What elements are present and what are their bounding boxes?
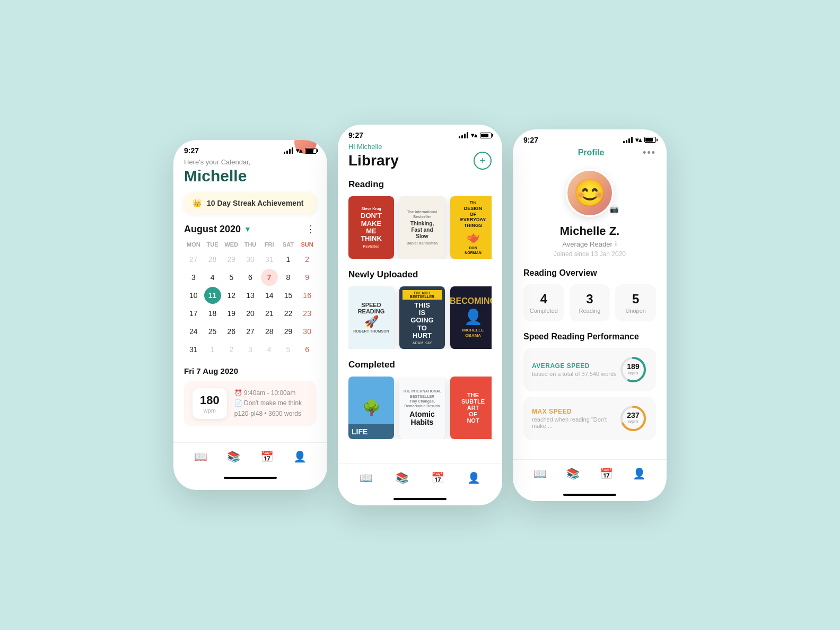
home-indicator-left bbox=[224, 477, 277, 479]
new-books-row: SPEEDREADING 🚀 ROBERT THOMSON THE NO.1 B… bbox=[348, 286, 492, 349]
cal-day[interactable]: 2 bbox=[299, 251, 316, 268]
cal-day[interactable]: 4 bbox=[204, 269, 221, 286]
cal-day[interactable]: 8 bbox=[279, 269, 296, 286]
cal-day[interactable]: 1 bbox=[204, 341, 221, 358]
book-subtle[interactable]: THESUBTLEARTOFNOT bbox=[450, 377, 492, 439]
cal-day[interactable]: 12 bbox=[223, 287, 240, 304]
cal-day[interactable]: 3 bbox=[185, 269, 202, 286]
calendar-days[interactable]: 27 28 29 30 31 1 2 3 4 5 6 7 8 9 10 bbox=[184, 251, 317, 358]
nav-library-icon[interactable]: 📖 bbox=[194, 450, 207, 463]
status-icons-center: ▾▴ bbox=[459, 132, 492, 139]
cal-day[interactable]: 9 bbox=[299, 269, 316, 286]
cal-day[interactable]: 17 bbox=[185, 305, 202, 322]
streak-emoji: 👑 bbox=[192, 199, 202, 207]
cal-day[interactable]: 27 bbox=[242, 323, 259, 340]
cal-day[interactable]: 3 bbox=[242, 341, 259, 358]
cal-day[interactable]: 6 bbox=[242, 269, 259, 286]
cal-day[interactable]: 24 bbox=[185, 323, 202, 340]
avg-speed-info: AVERAGE SPEED based on a total of 37,540… bbox=[532, 362, 619, 377]
stat-unopen: 5 Unopen bbox=[615, 284, 656, 321]
avg-speed-sublabel: based on a total of 37,540 words bbox=[532, 371, 619, 377]
cal-day[interactable]: 28 bbox=[261, 323, 278, 340]
wifi-icon-right: ▾▴ bbox=[635, 136, 642, 144]
cal-day[interactable]: 29 bbox=[223, 251, 240, 268]
book-life[interactable]: LIFE 🌳 bbox=[348, 377, 394, 439]
profile-header-row: Profile ••• bbox=[523, 147, 656, 159]
nav-library-icon-r[interactable]: 📖 bbox=[533, 467, 547, 480]
cal-day[interactable]: 22 bbox=[279, 305, 296, 322]
session-time: ⏰ 9:40am - 10:00am bbox=[234, 388, 302, 398]
book-thinking[interactable]: The InternationalBestseller Thinking,Fas… bbox=[399, 196, 445, 259]
cal-day[interactable]: 18 bbox=[204, 305, 221, 322]
cal-day[interactable]: 14 bbox=[261, 287, 278, 304]
nav-library-icon-c[interactable]: 📖 bbox=[360, 471, 373, 484]
cal-day[interactable]: 31 bbox=[261, 251, 278, 268]
more-options-icon[interactable]: ••• bbox=[643, 147, 656, 159]
avg-speed-value-text: 189 wpm bbox=[627, 363, 639, 376]
nav-books-icon-c[interactable]: 📚 bbox=[396, 471, 409, 484]
cal-day[interactable]: 21 bbox=[261, 305, 278, 322]
nav-calendar-icon-r[interactable]: 📅 bbox=[600, 467, 613, 480]
cal-day[interactable]: 5 bbox=[223, 269, 240, 286]
add-book-button[interactable]: + bbox=[474, 152, 492, 170]
cal-day[interactable]: 15 bbox=[279, 287, 296, 304]
cal-day[interactable]: 6 bbox=[299, 341, 316, 358]
cal-day[interactable]: 25 bbox=[204, 323, 221, 340]
cal-day[interactable]: 4 bbox=[261, 341, 278, 358]
nav-books-icon-r[interactable]: 📚 bbox=[566, 467, 580, 480]
cal-day[interactable]: 23 bbox=[299, 305, 316, 322]
phones-container: 9:27 ▾▴ Here's your Calendar, Michelle 👑… bbox=[173, 125, 667, 505]
cal-day[interactable]: 13 bbox=[242, 287, 259, 304]
cal-day-highlighted[interactable]: 7 bbox=[261, 269, 278, 286]
cal-day[interactable]: 20 bbox=[242, 305, 259, 322]
cal-day[interactable]: 30 bbox=[299, 323, 316, 340]
cal-day-today[interactable]: 11 bbox=[204, 287, 221, 304]
book-atomic[interactable]: THE INTERNATIONAL BESTSELLERTiny Changes… bbox=[399, 377, 445, 439]
nav-profile-icon-c[interactable]: 👤 bbox=[467, 471, 480, 484]
nav-calendar-icon-c[interactable]: 📅 bbox=[431, 471, 444, 484]
book-design[interactable]: The DESIGNOFEVERYDAYTHINGS 🫖 DONNORMAN bbox=[450, 196, 492, 259]
nav-calendar-icon[interactable]: 📅 bbox=[260, 450, 274, 463]
bottom-nav-left: 📖 📚 📅 👤 bbox=[173, 442, 327, 474]
signal-icon-center bbox=[459, 132, 468, 138]
camera-badge-icon[interactable]: 📷 bbox=[608, 203, 620, 216]
bottom-nav-center: 📖 📚 📅 👤 bbox=[338, 463, 502, 495]
wpm-label: wpm bbox=[200, 407, 220, 414]
profile-joined: Joined since 13 Jan 2020 bbox=[523, 250, 656, 258]
cal-day[interactable]: 10 bbox=[185, 287, 202, 304]
streak-text: 10 Day Streak Achievement bbox=[207, 199, 303, 207]
cal-day[interactable]: 1 bbox=[279, 251, 296, 268]
overview-stats: 4 Completed 3 Reading 5 Unopen bbox=[523, 284, 656, 321]
book-speed[interactable]: SPEEDREADING 🚀 ROBERT THOMSON bbox=[348, 286, 394, 349]
nav-profile-icon[interactable]: 👤 bbox=[293, 450, 307, 463]
cal-day[interactable]: 16 bbox=[299, 287, 316, 304]
book-this[interactable]: THE NO.1 BESTSELLER THISISGOINGTOHURT AD… bbox=[399, 286, 445, 349]
avg-speed-label: AVERAGE SPEED bbox=[532, 362, 619, 370]
battery-icon-right bbox=[644, 137, 656, 143]
cal-day[interactable]: 26 bbox=[223, 323, 240, 340]
book-dont-make[interactable]: Steve Krug DON'TMAKEMETHINK Revisited bbox=[348, 196, 394, 259]
status-icons-right: ▾▴ bbox=[623, 136, 656, 144]
dropdown-arrow-icon[interactable]: ▼ bbox=[244, 225, 251, 233]
calendar-more-icon[interactable]: ⋮ bbox=[306, 223, 317, 235]
stat-reading-label: Reading bbox=[575, 308, 605, 314]
calendar-grid: MONTUEWEDTHUFRISATSUN 27 28 29 30 31 1 2… bbox=[184, 241, 317, 358]
cal-day[interactable]: 30 bbox=[242, 251, 259, 268]
cal-day[interactable]: 5 bbox=[279, 341, 296, 358]
cal-day[interactable]: 27 bbox=[185, 251, 202, 268]
profile-avatar: 😊 bbox=[566, 169, 614, 217]
cal-day[interactable]: 19 bbox=[223, 305, 240, 322]
streak-badge: 👑 10 Day Streak Achievement bbox=[184, 192, 317, 214]
wpm-number: 180 bbox=[200, 393, 220, 407]
cal-day[interactable]: 2 bbox=[223, 341, 240, 358]
book-becoming[interactable]: BECOMING 👤 MICHELLEOBAMA bbox=[450, 286, 492, 349]
profile-title: Profile bbox=[539, 148, 643, 158]
session-details: ⏰ 9:40am - 10:00am 📄 Don't make me think… bbox=[234, 388, 302, 419]
cal-day[interactable]: 29 bbox=[279, 323, 296, 340]
info-icon: ℹ bbox=[615, 240, 617, 248]
nav-profile-icon-r[interactable]: 👤 bbox=[633, 467, 646, 480]
cal-day[interactable]: 31 bbox=[185, 341, 202, 358]
signal-icon-right bbox=[623, 137, 633, 143]
cal-day[interactable]: 28 bbox=[204, 251, 221, 268]
nav-books-icon[interactable]: 📚 bbox=[227, 450, 240, 463]
